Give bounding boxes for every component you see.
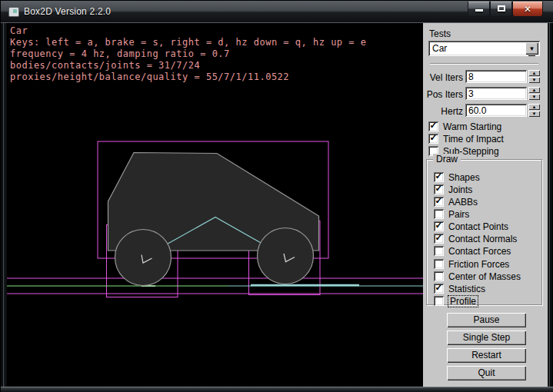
window-title: Box2D Version 2.2.0: [24, 6, 111, 17]
restart-button[interactable]: Restart: [447, 348, 526, 363]
hertz-label: Hertz: [423, 106, 463, 117]
tests-label: Tests: [429, 28, 451, 39]
statistics-checkbox[interactable]: [434, 284, 444, 294]
profile-label: Profile: [448, 296, 478, 307]
title-bar[interactable]: Box2D Version 2.2.0 ✕: [1, 1, 553, 23]
contact-normals-label: Contact Normals: [448, 234, 517, 244]
pos-iters-label: Pos Iters: [423, 89, 463, 100]
stats-line-keys: Keys: left = a, brake = s, right = d, hz…: [10, 37, 366, 48]
statistics-label: Statistics: [448, 284, 485, 294]
hertz-stepper[interactable]: ▲ ▼: [528, 104, 540, 117]
tests-dropdown-button[interactable]: ▼: [525, 42, 538, 55]
contact-points-checkbox[interactable]: [434, 221, 444, 231]
vel-iters-label: Vel Iters: [423, 72, 463, 83]
time-of-impact-checkbox[interactable]: [428, 134, 438, 144]
spinner-down-icon[interactable]: ▼: [528, 77, 540, 83]
tests-dropdown[interactable]: Car ▼: [428, 41, 540, 56]
spinner-down-icon[interactable]: ▼: [528, 111, 540, 117]
single-step-button[interactable]: Single Step: [447, 331, 526, 345]
close-icon: ✕: [524, 4, 531, 15]
aabbs-label: AABBs: [448, 197, 478, 208]
center-of-masses-checkbox[interactable]: [434, 271, 444, 281]
left-wheel: [115, 230, 172, 286]
control-panel: Tests Car ▼ Vel Iters ▲ ▼ Pos Iters ▲ ▼ …: [423, 23, 548, 387]
pos-iters-input[interactable]: [465, 87, 527, 100]
joints-label: Joints: [448, 184, 472, 195]
stats-text: Car Keys: left = a, brake = s, right = d…: [10, 25, 366, 83]
window-border-bottom[interactable]: [1, 387, 553, 392]
spinner-down-icon[interactable]: ▼: [528, 94, 540, 100]
app-icon: [8, 7, 19, 17]
hertz-input[interactable]: [465, 104, 527, 117]
joints-checkbox[interactable]: [434, 184, 444, 194]
chevron-down-icon: ▼: [528, 43, 536, 56]
warm-starting-label: Warm Starting: [443, 121, 501, 132]
contact-forces-label: Contact Forces: [448, 246, 511, 257]
warm-starting-checkbox[interactable]: [428, 121, 438, 131]
stats-line-proxies: proxies/height/balance/quality = 55/7/1/…: [10, 71, 289, 82]
spinner-up-icon[interactable]: ▲: [528, 87, 540, 93]
center-of-masses-label: Center of Masses: [448, 271, 521, 282]
window-border-left: [1, 23, 7, 387]
pairs-label: Pairs: [448, 209, 469, 220]
contact-forces-checkbox[interactable]: [434, 246, 444, 256]
shapes-label: Shapes: [448, 172, 480, 183]
right-wheel: [258, 228, 314, 284]
draw-group-title: Draw: [433, 154, 461, 164]
maximize-icon: [498, 5, 505, 12]
contact-points-label: Contact Points: [448, 221, 508, 232]
minimize-button[interactable]: [468, 2, 490, 17]
friction-forces-checkbox[interactable]: [434, 259, 444, 269]
close-button[interactable]: ✕: [512, 2, 543, 17]
time-of-impact-label: Time of Impact: [443, 134, 504, 145]
spinner-up-icon[interactable]: ▲: [528, 104, 540, 110]
pairs-checkbox[interactable]: [434, 209, 444, 219]
vel-iters-stepper[interactable]: ▲ ▼: [528, 70, 540, 83]
maximize-button[interactable]: [490, 2, 512, 17]
contact-normals-checkbox[interactable]: [434, 234, 444, 244]
stats-line-title: Car: [10, 25, 28, 36]
pause-button[interactable]: Pause: [447, 313, 526, 327]
app-window: Box2D Version 2.2.0 ✕: [0, 0, 553, 392]
panel-separator: [430, 63, 538, 65]
vel-iters-input[interactable]: [465, 70, 527, 83]
quit-button[interactable]: Quit: [447, 366, 526, 380]
simulation-canvas[interactable]: Car Keys: left = a, brake = s, right = d…: [7, 23, 423, 387]
pos-iters-stepper[interactable]: ▲ ▼: [528, 87, 540, 100]
stats-line-frequency: frequency = 4 hz, damping ratio = 0.7: [10, 48, 230, 59]
friction-forces-label: Friction Forces: [448, 259, 509, 270]
profile-checkbox[interactable]: [434, 296, 444, 306]
spinner-up-icon[interactable]: ▲: [528, 70, 540, 76]
aabbs-checkbox[interactable]: [434, 197, 444, 207]
shapes-checkbox[interactable]: [434, 172, 444, 182]
minimize-icon: [475, 9, 483, 12]
tests-dropdown-value: Car: [432, 43, 447, 54]
stats-line-bodies: bodies/contacts/joints = 31/7/24: [10, 60, 200, 71]
